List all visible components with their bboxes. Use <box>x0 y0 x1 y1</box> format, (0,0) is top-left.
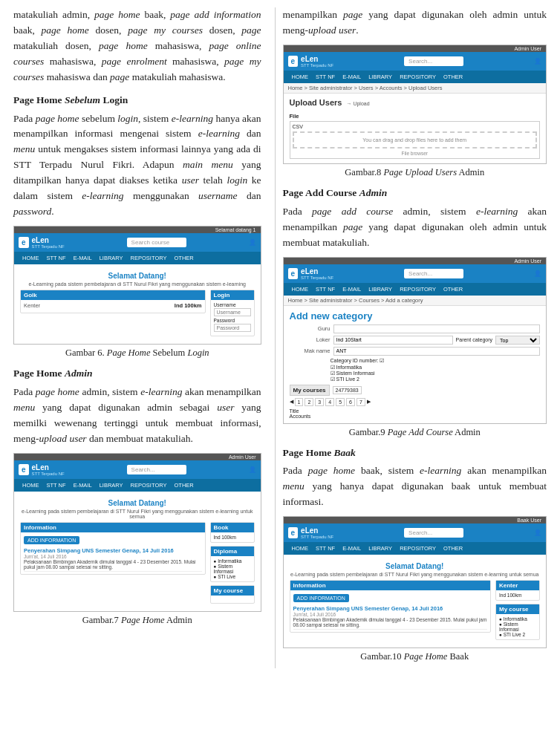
fig8-caption: Gambar.8 Page Upload Users Admin <box>283 167 547 178</box>
fig8-upload-box[interactable]: You can drag and drop files here to add … <box>293 131 537 149</box>
fig10-add-btn[interactable]: ADD INFORMATION <box>293 594 349 602</box>
fig10-logo-icon: e <box>288 527 299 538</box>
fig9-form-row-guru: Guru <box>290 324 540 333</box>
fig9-main: Guru Loker Parent category Top <box>290 324 540 419</box>
fig7-search[interactable]: Search... <box>127 465 186 474</box>
fig7-header: e eLen STT Terpadu NF Search... 👤 <box>14 460 261 479</box>
fig7-welcome: Selamat Datang! <box>20 496 255 509</box>
fig10-admin-bar: Baak User <box>284 517 546 523</box>
section2-heading: Page Home Admin <box>13 366 261 382</box>
fig10-main: Information ADD INFORMATION Penyerahan S… <box>290 580 491 643</box>
fig6-nav: HOME STT NF E-MAIL LIBRARY REPOSITORY OT… <box>14 252 261 264</box>
fig6-logo: e eLen STT Terpadu NF <box>19 236 65 249</box>
fig6-logo-text: eLen STT Terpadu NF <box>32 236 65 249</box>
fig10-content: Information ADD INFORMATION Penyerahan S… <box>290 580 540 643</box>
fig9-checklist: Category ID number: ☑ ☑ Informatika ☑ Si… <box>331 358 540 382</box>
fig6-block1: Golk Kenter Ind 100km <box>20 290 206 313</box>
fig6-login-body: Username Password <box>211 300 254 336</box>
fig9-admin-bar: Admin User <box>284 258 546 264</box>
fig10-nav: HOME STT NF E-MAIL LIBRARY REPOSITORY OT… <box>284 542 546 555</box>
figure7-screenshot: Admin User e eLen STT Terpadu NF Search.… <box>13 453 261 612</box>
fig6-main: Golk Kenter Ind 100km <box>20 290 206 339</box>
fig6-block1-header: Golk <box>21 290 205 300</box>
fig6-body: Selamat Datang! e-Learning pada sistem p… <box>14 264 261 344</box>
right-column: menampilkan page yang dapat digunakan ol… <box>276 0 560 676</box>
fig8-admin-bar: Admin User <box>284 45 546 52</box>
fig7-add-btn[interactable]: ADD INFORMATION <box>24 536 79 544</box>
fig10-sb2-body: ● Informatika ● Sistem Informasi ● STI L… <box>496 614 539 639</box>
fig10-info-body: ADD INFORMATION Penyerahan Simpang UNS S… <box>290 592 490 632</box>
fig9-loker-input[interactable] <box>333 336 453 345</box>
fig10-sidebar: Kenter Ind 100km My course ● Informatika… <box>495 580 540 643</box>
fig7-sb1-header: Book <box>211 523 254 532</box>
fig10-sidebar-block1: Kenter Ind 100km <box>495 580 540 601</box>
fig8-user-icon: 👤 <box>534 58 541 65</box>
left-column: matakuliah admin, page home baak, page a… <box>0 0 275 676</box>
fig6-password-input[interactable] <box>214 324 251 332</box>
fig7-sidebar-block1: Book Ind 100km <box>210 522 255 543</box>
fig8-file-area: CSV You can drag and drop files here to … <box>290 121 540 159</box>
fig6-subtext: e-Learning pada sistem pembelajaran di S… <box>20 281 255 290</box>
fig9-search[interactable]: Search... <box>404 269 463 278</box>
fig6-login-header: Login <box>211 290 254 300</box>
fig7-user-icon: 👤 <box>249 466 256 473</box>
fig7-info-header: Information <box>21 523 205 532</box>
fig6-block1-body: Kenter Ind 100km <box>21 300 205 313</box>
fig7-sidebar-block3: My course <box>210 585 255 604</box>
fig10-welcome: Selamat Datang! <box>290 559 540 572</box>
fig8-header: e eLen STT Terpadu NF Search... 👤 <box>284 52 546 71</box>
fig8-logo-icon: e <box>288 56 299 67</box>
section4-heading: Page Home Baak <box>283 446 547 461</box>
section3-paragraph: Pada page add course admin, sistem e-lea… <box>283 204 547 251</box>
fig10-sb1-body: Ind 100km <box>496 590 539 600</box>
fig10-sb2-header: My course <box>496 604 539 614</box>
fig8-search[interactable]: Search... <box>404 56 463 66</box>
fig7-sb2-body: ● Informatika ● Sistem Informasi ● STI L… <box>211 556 254 581</box>
fig6-username-input[interactable] <box>214 308 251 316</box>
fig10-header: e eLen STT Terpadu NF Search... 👤 <box>284 523 546 542</box>
fig9-parent-select[interactable]: Top <box>495 336 540 345</box>
fig9-user-icon: 👤 <box>534 270 541 277</box>
fig7-info1: Penyerahan Simpang UNS Semester Genap, 1… <box>24 546 202 572</box>
fig9-caption: Gambar.9 Page Add Course Admin <box>283 427 547 438</box>
fig9-logo-icon: e <box>288 268 299 279</box>
fig10-user-icon: 👤 <box>534 529 541 536</box>
fig7-content: Information ADD INFORMATION Penyerahan S… <box>20 522 255 607</box>
fig6-welcome: Selamat Datang! <box>20 269 255 281</box>
fig10-info-header: Information <box>290 581 490 590</box>
fig10-subtext: e-Learning pada sistem pembelajaran di S… <box>290 572 540 580</box>
fig6-header: e eLen STT Terpadu NF Search course 👤 <box>14 233 261 252</box>
fig7-sidebar: Book Ind 100km Diploma ● Informatika ● S… <box>210 522 255 607</box>
fig6-content: Golk Kenter Ind 100km Login <box>20 290 255 339</box>
section4-paragraph: Pada page home baak, sistem e-learning a… <box>283 463 547 510</box>
figure6-screenshot: Selamat datang 1 e eLen STT Terpadu NF S… <box>13 226 261 345</box>
fig9-pagination: ◀ 1 2 3 4 5 6 7 ▶ <box>290 398 540 406</box>
fig7-info-block: Information ADD INFORMATION Penyerahan S… <box>20 522 206 575</box>
fig9-guru-input[interactable] <box>333 324 540 333</box>
fig6-caption: Gambar 6. Page Home Sebelum Login <box>13 348 261 359</box>
section1-paragraph: Pada page home sebelum login, sistem e-l… <box>13 111 261 220</box>
fig10-search[interactable]: Search... <box>404 528 463 538</box>
intro-paragraph: matakuliah admin, page home baak, page a… <box>13 7 261 85</box>
fig6-sidebar: Login Username Password <box>210 290 255 339</box>
fig7-sb3-header: My course <box>211 586 254 596</box>
fig7-logo-text: eLen STT Terpadu NF <box>32 463 65 476</box>
fig9-add-category-title: Add new category <box>290 310 540 322</box>
fig9-my-courses-label: My courses <box>290 385 330 396</box>
fig9-form-row-makname: Mak name <box>290 347 540 356</box>
fig10-info-block: Information ADD INFORMATION Penyerahan S… <box>290 580 491 633</box>
fig9-nav: HOME STT NF E-MAIL LIBRARY REPOSITORY OT… <box>284 283 546 296</box>
fig7-logo: e eLen STT Terpadu NF <box>19 463 65 476</box>
fig6-search[interactable]: Search course <box>127 238 186 247</box>
fig9-makname-input[interactable] <box>333 347 540 356</box>
fig10-body: Selamat Datang! e-Learning pada sistem p… <box>284 555 546 647</box>
fig8-body: Upload Users → Upload File CSV You can d… <box>284 94 546 163</box>
fig8-nav: HOME STT NF E-MAIL LIBRARY REPOSITORY OT… <box>284 71 546 83</box>
fig7-sb3-body <box>211 596 254 603</box>
section2-paragraph: Pada page home admin, sistem e-learning … <box>13 385 261 447</box>
fig7-subtext: e-Learning pada sistem pembelajaran di S… <box>20 509 255 522</box>
fig7-main: Information ADD INFORMATION Penyerahan S… <box>20 522 206 607</box>
figure9-screenshot: Admin User e eLen STT Terpadu NF Search.… <box>283 257 547 424</box>
fig7-sidebar-block2: Diploma ● Informatika ● Sistem Informasi… <box>210 546 255 582</box>
section3-heading: Page Add Course Admin <box>283 186 547 201</box>
